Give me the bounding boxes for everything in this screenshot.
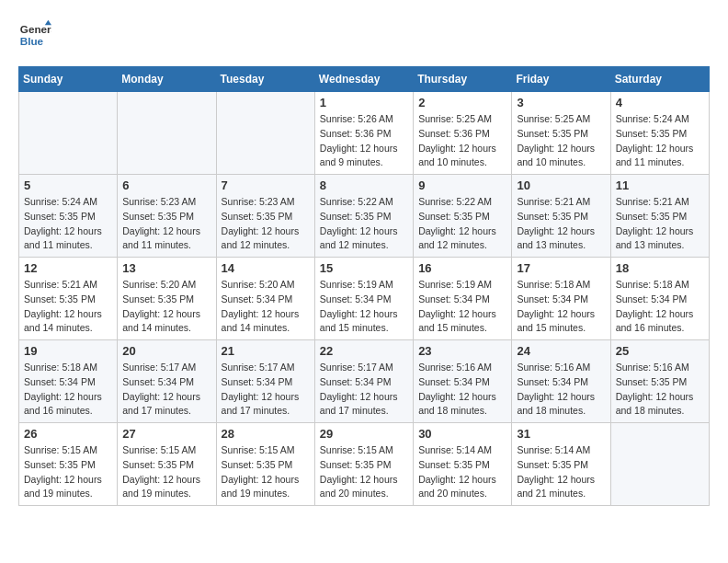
day-cell: 2Sunrise: 5:25 AM Sunset: 5:36 PM Daylig…: [414, 92, 512, 175]
day-info: Sunrise: 5:19 AM Sunset: 5:34 PM Dayligh…: [418, 278, 506, 336]
day-info: Sunrise: 5:18 AM Sunset: 5:34 PM Dayligh…: [517, 278, 605, 336]
day-info: Sunrise: 5:19 AM Sunset: 5:34 PM Dayligh…: [320, 278, 408, 336]
day-info: Sunrise: 5:14 AM Sunset: 5:35 PM Dayligh…: [418, 443, 506, 501]
day-number: 27: [122, 427, 210, 441]
day-cell: 8Sunrise: 5:22 AM Sunset: 5:35 PM Daylig…: [314, 175, 413, 258]
day-number: 29: [320, 427, 408, 441]
day-number: 26: [24, 427, 112, 441]
day-cell: 4Sunrise: 5:24 AM Sunset: 5:35 PM Daylig…: [610, 92, 709, 175]
calendar-header: SundayMondayTuesdayWednesdayThursdayFrid…: [19, 67, 710, 92]
logo: General Blue: [18, 18, 57, 52]
day-number: 22: [320, 344, 408, 358]
day-info: Sunrise: 5:17 AM Sunset: 5:34 PM Dayligh…: [122, 361, 210, 419]
day-info: Sunrise: 5:23 AM Sunset: 5:35 PM Dayligh…: [222, 195, 310, 253]
logo-icon: General Blue: [18, 18, 51, 52]
week-row-3: 12Sunrise: 5:21 AM Sunset: 5:35 PM Dayli…: [19, 258, 710, 340]
day-cell: 25Sunrise: 5:16 AM Sunset: 5:35 PM Dayli…: [610, 340, 709, 423]
day-cell: 15Sunrise: 5:19 AM Sunset: 5:34 PM Dayli…: [314, 258, 413, 340]
calendar-body: 1Sunrise: 5:26 AM Sunset: 5:36 PM Daylig…: [19, 92, 710, 506]
day-number: 7: [222, 178, 310, 192]
day-cell: 10Sunrise: 5:21 AM Sunset: 5:35 PM Dayli…: [512, 175, 610, 258]
day-number: 20: [122, 344, 210, 358]
day-info: Sunrise: 5:22 AM Sunset: 5:35 PM Dayligh…: [320, 195, 408, 253]
day-number: 18: [616, 261, 704, 275]
day-cell: 24Sunrise: 5:16 AM Sunset: 5:34 PM Dayli…: [512, 340, 610, 423]
day-cell: 17Sunrise: 5:18 AM Sunset: 5:34 PM Dayli…: [512, 258, 610, 340]
page-header: General Blue: [18, 18, 710, 52]
day-info: Sunrise: 5:26 AM Sunset: 5:36 PM Dayligh…: [320, 112, 408, 170]
day-info: Sunrise: 5:21 AM Sunset: 5:35 PM Dayligh…: [24, 278, 112, 336]
header-cell-tuesday: Tuesday: [216, 67, 314, 92]
day-number: 31: [517, 427, 605, 441]
day-number: 2: [418, 96, 506, 109]
day-cell: 16Sunrise: 5:19 AM Sunset: 5:34 PM Dayli…: [414, 258, 512, 340]
day-info: Sunrise: 5:18 AM Sunset: 5:34 PM Dayligh…: [616, 278, 704, 336]
header-cell-thursday: Thursday: [414, 67, 512, 92]
day-number: 17: [517, 261, 605, 275]
day-cell: 29Sunrise: 5:15 AM Sunset: 5:35 PM Dayli…: [314, 423, 413, 506]
day-info: Sunrise: 5:23 AM Sunset: 5:35 PM Dayligh…: [122, 195, 210, 253]
day-number: 8: [320, 178, 408, 192]
day-number: 13: [122, 261, 210, 275]
day-info: Sunrise: 5:17 AM Sunset: 5:34 PM Dayligh…: [320, 361, 408, 419]
day-info: Sunrise: 5:25 AM Sunset: 5:36 PM Dayligh…: [418, 112, 506, 170]
day-cell: 19Sunrise: 5:18 AM Sunset: 5:34 PM Dayli…: [19, 340, 118, 423]
day-info: Sunrise: 5:16 AM Sunset: 5:34 PM Dayligh…: [517, 361, 605, 419]
day-cell: 7Sunrise: 5:23 AM Sunset: 5:35 PM Daylig…: [216, 175, 314, 258]
day-number: 16: [418, 261, 506, 275]
day-number: 15: [320, 261, 408, 275]
day-cell: 20Sunrise: 5:17 AM Sunset: 5:34 PM Dayli…: [118, 340, 216, 423]
day-cell: 12Sunrise: 5:21 AM Sunset: 5:35 PM Dayli…: [19, 258, 118, 340]
week-row-4: 19Sunrise: 5:18 AM Sunset: 5:34 PM Dayli…: [19, 340, 710, 423]
day-cell: 13Sunrise: 5:20 AM Sunset: 5:35 PM Dayli…: [118, 258, 216, 340]
day-cell: 3Sunrise: 5:25 AM Sunset: 5:35 PM Daylig…: [512, 92, 610, 175]
day-cell: 31Sunrise: 5:14 AM Sunset: 5:35 PM Dayli…: [512, 423, 610, 506]
header-cell-wednesday: Wednesday: [314, 67, 413, 92]
day-info: Sunrise: 5:15 AM Sunset: 5:35 PM Dayligh…: [320, 443, 408, 501]
day-number: 10: [517, 178, 605, 192]
day-info: Sunrise: 5:25 AM Sunset: 5:35 PM Dayligh…: [517, 112, 605, 170]
day-cell: 5Sunrise: 5:24 AM Sunset: 5:35 PM Daylig…: [19, 175, 118, 258]
week-row-5: 26Sunrise: 5:15 AM Sunset: 5:35 PM Dayli…: [19, 423, 710, 506]
day-cell: 26Sunrise: 5:15 AM Sunset: 5:35 PM Dayli…: [19, 423, 118, 506]
day-info: Sunrise: 5:24 AM Sunset: 5:35 PM Dayligh…: [24, 195, 112, 253]
day-number: 9: [418, 178, 506, 192]
day-number: 19: [24, 344, 112, 358]
day-info: Sunrise: 5:15 AM Sunset: 5:35 PM Dayligh…: [24, 443, 112, 501]
day-number: 3: [517, 96, 605, 109]
header-row: SundayMondayTuesdayWednesdayThursdayFrid…: [19, 67, 710, 92]
day-cell: 28Sunrise: 5:15 AM Sunset: 5:35 PM Dayli…: [216, 423, 314, 506]
day-info: Sunrise: 5:17 AM Sunset: 5:34 PM Dayligh…: [222, 361, 310, 419]
day-info: Sunrise: 5:15 AM Sunset: 5:35 PM Dayligh…: [122, 443, 210, 501]
day-info: Sunrise: 5:14 AM Sunset: 5:35 PM Dayligh…: [517, 443, 605, 501]
day-cell: 18Sunrise: 5:18 AM Sunset: 5:34 PM Dayli…: [610, 258, 709, 340]
day-cell: 27Sunrise: 5:15 AM Sunset: 5:35 PM Dayli…: [118, 423, 216, 506]
day-number: 12: [24, 261, 112, 275]
day-info: Sunrise: 5:21 AM Sunset: 5:35 PM Dayligh…: [517, 195, 605, 253]
day-info: Sunrise: 5:16 AM Sunset: 5:35 PM Dayligh…: [616, 361, 704, 419]
header-cell-friday: Friday: [512, 67, 610, 92]
day-cell: [118, 92, 216, 175]
day-cell: 6Sunrise: 5:23 AM Sunset: 5:35 PM Daylig…: [118, 175, 216, 258]
day-info: Sunrise: 5:20 AM Sunset: 5:35 PM Dayligh…: [122, 278, 210, 336]
day-cell: 9Sunrise: 5:22 AM Sunset: 5:35 PM Daylig…: [414, 175, 512, 258]
day-number: 4: [616, 96, 704, 109]
day-info: Sunrise: 5:18 AM Sunset: 5:34 PM Dayligh…: [24, 361, 112, 419]
header-cell-saturday: Saturday: [610, 67, 709, 92]
calendar-table: SundayMondayTuesdayWednesdayThursdayFrid…: [18, 66, 710, 506]
day-cell: [610, 423, 709, 506]
header-cell-sunday: Sunday: [19, 67, 118, 92]
header-cell-monday: Monday: [118, 67, 216, 92]
day-number: 30: [418, 427, 506, 441]
week-row-2: 5Sunrise: 5:24 AM Sunset: 5:35 PM Daylig…: [19, 175, 710, 258]
day-info: Sunrise: 5:22 AM Sunset: 5:35 PM Dayligh…: [418, 195, 506, 253]
day-info: Sunrise: 5:15 AM Sunset: 5:35 PM Dayligh…: [222, 443, 310, 501]
day-number: 21: [222, 344, 310, 358]
day-info: Sunrise: 5:24 AM Sunset: 5:35 PM Dayligh…: [616, 112, 704, 170]
day-info: Sunrise: 5:21 AM Sunset: 5:35 PM Dayligh…: [616, 195, 704, 253]
day-number: 25: [616, 344, 704, 358]
day-number: 23: [418, 344, 506, 358]
day-number: 1: [320, 96, 408, 109]
week-row-1: 1Sunrise: 5:26 AM Sunset: 5:36 PM Daylig…: [19, 92, 710, 175]
day-cell: 22Sunrise: 5:17 AM Sunset: 5:34 PM Dayli…: [314, 340, 413, 423]
